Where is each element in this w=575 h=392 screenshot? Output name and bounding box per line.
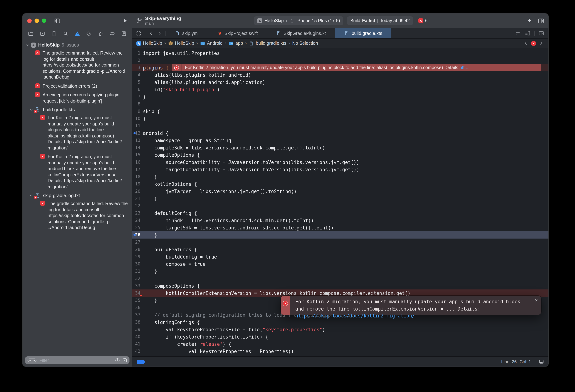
issue-row[interactable]: For Kotlin 2 migration, you must manuall… — [23, 115, 132, 151]
code-line-29[interactable]: 29 buildConfig = true — [132, 253, 549, 260]
issue-row[interactable]: For Kotlin 2 migration, you must manuall… — [23, 154, 132, 190]
code-line-39[interactable]: 39 val keystorePropertiesFile = file("ke… — [132, 326, 549, 333]
code-line-15[interactable]: 15 compileOptions { — [132, 151, 549, 159]
code-line-11[interactable]: 11 — [132, 122, 549, 129]
debug-navigator-icon[interactable] — [98, 31, 103, 36]
next-issue-icon[interactable] — [539, 41, 543, 46]
code-line-14[interactable]: 14 compileSdk = libs.versions.android.sd… — [132, 144, 549, 151]
test-navigator-icon[interactable] — [86, 31, 92, 36]
filter-input[interactable] — [39, 357, 113, 363]
disclosure-icon[interactable] — [29, 194, 33, 197]
related-items-icon[interactable] — [515, 31, 521, 36]
code-line-19[interactable]: 19 kotlinOptions { — [132, 180, 549, 188]
code-line-24[interactable]: 24 minSdk = libs.versions.android.sdk.mi… — [132, 217, 549, 224]
issue-navigator-icon[interactable] — [74, 31, 80, 36]
zoom-window-button[interactable] — [42, 19, 46, 23]
disclosure-icon[interactable] — [25, 43, 29, 47]
code-line-12[interactable]: 12android { — [132, 129, 549, 137]
code-line-8[interactable]: 8 — [132, 100, 549, 108]
issue-row[interactable]: The gradle command failed. Review the lo… — [23, 50, 132, 80]
toolbar-error-count[interactable]: 6 — [418, 18, 428, 23]
breakpoint-navigator-icon[interactable] — [109, 31, 115, 36]
inline-error-banner[interactable]: For Kotlin 2 migration, you must manuall… — [172, 64, 541, 71]
forward-icon[interactable] — [157, 31, 162, 36]
breadcrumb-item-helloskip[interactable]: HelloSkip — [136, 41, 162, 46]
tab-build-gradle-kts[interactable]: build.gradle.kts — [335, 28, 391, 38]
code-line-32[interactable]: 32 — [132, 275, 549, 282]
breadcrumb-item-no-selection[interactable]: No Selection — [292, 41, 318, 46]
code-editor[interactable]: 1import java.util.Properties23plugins {F… — [132, 48, 549, 356]
filter-options-icon[interactable] — [27, 358, 37, 363]
add-editor-icon[interactable] — [539, 31, 544, 36]
breadcrumb-item-helloskip[interactable]: HelloSkip — [168, 41, 194, 46]
breadcrumb-item-app[interactable]: app — [228, 41, 243, 46]
disclosure-icon[interactable] — [29, 108, 33, 112]
activity-view[interactable]: Build Failed | Today at 09:42 — [347, 16, 413, 25]
code-line-18[interactable]: 18 } — [132, 173, 549, 180]
close-popup-icon[interactable]: × — [535, 298, 538, 302]
back-icon[interactable] — [149, 31, 153, 36]
find-navigator-icon[interactable] — [63, 31, 68, 36]
file-row[interactable]: build.gradle.kts — [23, 107, 132, 112]
code-line-30[interactable]: 30 compose = true — [132, 260, 549, 268]
code-line-6[interactable]: 6 id("skip-build-plugin") — [132, 86, 549, 93]
overview-icon[interactable] — [136, 31, 141, 36]
code-line-31[interactable]: 31 } — [132, 268, 549, 275]
code-line-13[interactable]: 13 namespace = group as String — [132, 137, 549, 144]
tab-skip-yml[interactable]: skip.yml — [166, 28, 208, 38]
adjust-editor-options-icon[interactable] — [525, 31, 530, 36]
toggle-navigator-icon[interactable] — [54, 18, 60, 24]
code-line-7[interactable]: 7} — [132, 93, 549, 100]
code-line-23[interactable]: 23 defaultConfig { — [132, 209, 549, 217]
code-line-1[interactable]: 1import java.util.Properties — [132, 49, 549, 57]
inline-error-link[interactable]: htt... — [459, 65, 468, 70]
code-line-4[interactable]: 4 alias(libs.plugins.kotlin.android) — [132, 71, 549, 79]
code-line-16[interactable]: 16 sourceCompatibility = JavaVersion.toV… — [132, 159, 549, 166]
source-control-navigator-icon[interactable] — [40, 31, 45, 36]
toggle-inspector-icon[interactable] — [538, 18, 544, 24]
minimize-statusbar-icon[interactable] — [539, 359, 544, 364]
minimize-window-button[interactable] — [35, 19, 39, 23]
code-line-10[interactable]: 10} — [132, 115, 549, 122]
run-button[interactable] — [122, 18, 128, 23]
tab-skipgradleplugins-kt[interactable]: SkipGradlePlugins.kt — [267, 28, 335, 38]
report-navigator-icon[interactable] — [121, 31, 127, 36]
project-row[interactable]: HelloSkip6 issues — [23, 42, 132, 48]
bookmarks-navigator-icon[interactable] — [51, 31, 57, 36]
code-line-27[interactable]: 27 — [132, 239, 549, 246]
code-line-41[interactable]: 41 create("release") { — [132, 340, 549, 348]
tab-skipproject-swift[interactable]: SkipProject.swift — [208, 28, 267, 38]
code-line-26[interactable]: 26 } — [132, 231, 549, 239]
error-popup-link[interactable]: https://skip.tools/docs/kotlin2-migratio… — [295, 313, 415, 319]
code-line-22[interactable]: 22 — [132, 202, 549, 209]
errors-only-filter-icon[interactable] — [122, 358, 127, 363]
breakpoints-indicator[interactable] — [137, 359, 145, 364]
code-line-40[interactable]: 40 if (keystorePropertiesFile.isFile) { — [132, 333, 549, 340]
code-line-28[interactable]: 28 buildFeatures { — [132, 246, 549, 253]
code-line-20[interactable]: 20 jvmTarget = libs.versions.jvm.get().t… — [132, 188, 549, 195]
code-line-3[interactable]: 3plugins {For Kotlin 2 migration, you mu… — [132, 64, 549, 71]
issue-row[interactable]: Project validation errors (2) — [23, 83, 132, 89]
breadcrumb-item-android[interactable]: Android — [200, 41, 223, 46]
recent-filter-icon[interactable] — [115, 358, 120, 363]
code-line-2[interactable]: 2 — [132, 57, 549, 64]
file-row[interactable]: skip-gradle.log.txt — [23, 193, 132, 198]
add-tab-button[interactable]: + — [528, 17, 531, 24]
issue-indicator-icon[interactable] — [531, 41, 536, 46]
code-line-33[interactable]: 33 composeOptions { — [132, 282, 549, 289]
filter-field[interactable] — [25, 356, 129, 364]
code-line-25[interactable]: 25 targetSdk = libs.versions.android.sdk… — [132, 224, 549, 231]
close-window-button[interactable] — [27, 19, 32, 23]
code-line-38[interactable]: 38 signingConfigs { — [132, 319, 549, 326]
issue-row[interactable]: An exception occurred applying plugin re… — [23, 92, 132, 104]
code-line-17[interactable]: 17 targetCompatibility = JavaVersion.toV… — [132, 166, 549, 173]
breadcrumb-item-build-gradle-kts[interactable]: build.gradle.kts — [249, 41, 287, 46]
project-navigator-icon[interactable] — [28, 31, 33, 36]
code-line-21[interactable]: 21 } — [132, 195, 549, 202]
scheme-selector[interactable]: HelloSkip › iPhone 15 Plus (17.5) — [254, 16, 343, 25]
previous-issue-icon[interactable] — [524, 41, 528, 46]
code-line-9[interactable]: 9skip { — [132, 108, 549, 115]
code-line-43[interactable]: 43 keystoreProperties.load(keystorePrope… — [132, 355, 549, 356]
issue-row[interactable]: The gradle command failed. Review the lo… — [23, 201, 132, 231]
code-line-42[interactable]: 42 val keystoreProperties = Properties() — [132, 348, 549, 355]
